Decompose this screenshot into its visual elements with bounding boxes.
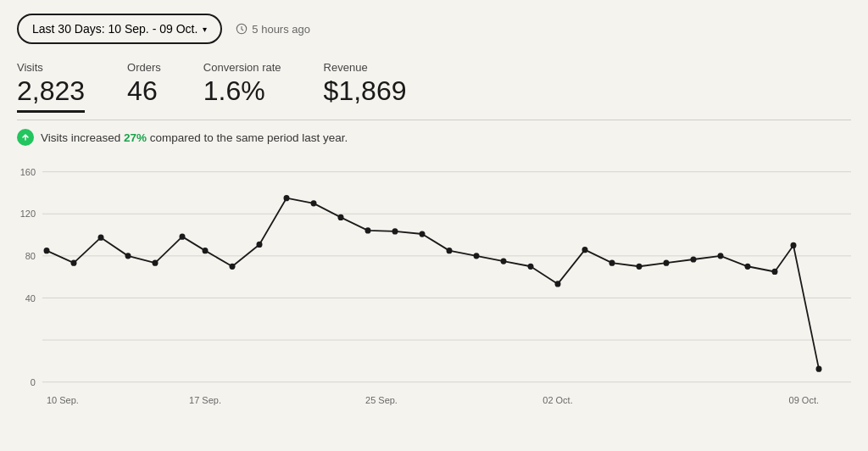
revenue-metric: Revenue $1,869 [324,61,407,113]
svg-point-32 [447,248,453,253]
svg-point-31 [420,231,426,237]
svg-text:02 Oct.: 02 Oct. [542,395,572,405]
conversion-metric: Conversion rate 1.6% [203,61,281,113]
svg-point-17 [44,248,50,253]
svg-text:10 Sep.: 10 Sep. [47,395,79,405]
insight-up-icon [17,129,34,146]
orders-label: Orders [127,61,161,74]
svg-point-21 [153,260,159,266]
svg-point-27 [311,200,317,206]
insight-row: Visits increased 27% compared to the sam… [17,129,851,146]
svg-text:17 Sep.: 17 Sep. [189,395,221,405]
chart-line [47,198,819,370]
svg-point-26 [284,195,290,201]
svg-point-37 [582,247,588,253]
svg-text:120: 120 [20,209,36,219]
metrics-row: Visits 2,823 Orders 46 Conversion rate 1… [17,61,851,113]
last-updated: 5 hours ago [236,23,310,36]
svg-text:80: 80 [25,251,36,261]
revenue-value: $1,869 [324,75,407,107]
insight-text: Visits increased 27% compared to the sam… [41,131,348,144]
svg-point-24 [230,264,236,270]
main-container: Last 30 Days: 10 Sep. - 09 Oct. ▾ 5 hour… [0,0,868,426]
svg-point-41 [691,256,697,262]
orders-value: 46 [127,75,161,107]
svg-point-42 [718,253,724,259]
svg-point-29 [365,227,371,233]
svg-point-23 [203,248,209,253]
svg-text:09 Oct.: 09 Oct. [789,395,819,405]
svg-point-19 [98,235,104,241]
chevron-down-icon: ▾ [203,25,207,34]
svg-point-45 [791,242,797,248]
chart-area: 160 120 80 40 0 10 Sep. 17 Sep. 25 Sep. … [17,154,851,417]
clock-icon [236,23,248,35]
top-bar: Last 30 Days: 10 Sep. - 09 Oct. ▾ 5 hour… [17,14,851,44]
line-chart: 160 120 80 40 0 10 Sep. 17 Sep. 25 Sep. … [17,154,851,417]
svg-point-39 [637,264,643,270]
date-range-label: Last 30 Days: 10 Sep. - 09 Oct. [32,22,198,36]
svg-point-44 [772,269,778,275]
visits-value: 2,823 [17,75,85,113]
svg-point-20 [125,253,131,259]
svg-text:160: 160 [20,167,36,177]
svg-point-25 [257,242,263,248]
insight-text-after: compared to the same period last year. [147,131,348,144]
orders-metric: Orders 46 [127,61,161,113]
svg-point-46 [816,366,822,372]
svg-point-35 [528,264,534,270]
conversion-label: Conversion rate [203,61,281,74]
svg-text:25 Sep.: 25 Sep. [365,395,398,405]
svg-point-30 [392,228,398,234]
svg-text:0: 0 [31,377,36,387]
svg-point-18 [71,260,77,266]
svg-point-38 [609,260,615,266]
visits-label: Visits [17,61,85,74]
chart-dots [44,195,822,372]
svg-point-22 [180,234,186,240]
insight-highlight: 27% [124,131,147,144]
last-updated-text: 5 hours ago [252,23,310,36]
divider [17,120,851,120]
svg-point-33 [474,253,480,259]
svg-point-28 [338,214,344,220]
insight-text-before: Visits increased [41,131,124,144]
svg-point-34 [501,258,507,264]
svg-point-36 [555,281,561,287]
svg-point-43 [745,264,751,270]
revenue-label: Revenue [324,61,407,74]
date-range-button[interactable]: Last 30 Days: 10 Sep. - 09 Oct. ▾ [17,14,222,44]
visits-metric: Visits 2,823 [17,61,85,113]
svg-point-40 [664,260,670,266]
conversion-value: 1.6% [203,75,281,107]
svg-text:40: 40 [25,292,36,303]
